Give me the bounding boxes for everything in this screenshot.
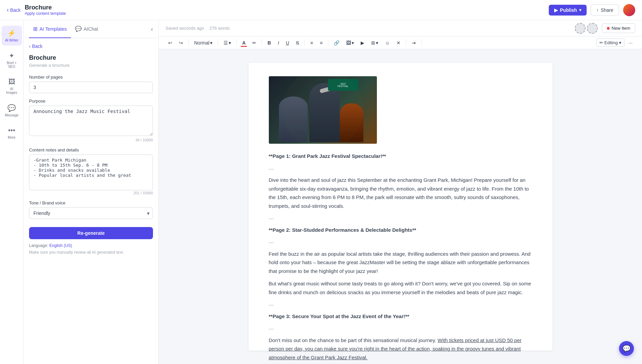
image-icon: 🖼 (8, 78, 15, 86)
share-icon: ↑ (596, 7, 599, 13)
table-chevron-icon: ▾ (376, 40, 378, 46)
regenerate-button[interactable]: Re-generate (29, 227, 153, 239)
purpose-textarea[interactable]: Announcing the Jazz Music Festival (29, 106, 153, 136)
italic-button[interactable]: I (275, 39, 282, 47)
ticket-link[interactable]: With tickets priced at just USD 50 per p… (269, 337, 522, 360)
notes-group: Content notes and details -Grant Park Mi… (29, 147, 153, 195)
icon-sidebar: ⚡ AI Writer ✦ Brief + SEO 🖼 AI Images 💬 … (0, 20, 24, 364)
grid-icon: ⊞ (33, 26, 37, 32)
redo-button[interactable]: ↪ (176, 39, 186, 47)
numbered-list-button[interactable]: ≡ (317, 39, 325, 47)
sidebar-label-more: More (8, 136, 16, 139)
separator-8 (421, 39, 421, 46)
highlight-button[interactable]: ✏ (250, 39, 259, 47)
sidebar-label-ai-writer: AI Writer (5, 38, 18, 42)
side-panel: ⊞ AI Templates 💬 AIChat ‹ ‹ Back Brochur… (24, 20, 159, 364)
chat-fab-button[interactable]: 💬 (619, 341, 634, 356)
sidebar-label-message: Message (5, 113, 19, 117)
editing-button[interactable]: ✏ Editing ▾ (596, 38, 625, 47)
editor-meta: Saved seconds ago 276 words (165, 26, 230, 31)
separator-7 (406, 39, 406, 46)
header-left: Back Brochure Apply content template (7, 4, 66, 16)
separator-3 (236, 39, 237, 46)
num-pages-label: Number of pages (29, 75, 153, 80)
notes-textarea[interactable]: -Grant Park Michigan - 10th to 15th Sep.… (29, 155, 153, 189)
tone-group: Tone / Brand voice Friendly Professional… (29, 200, 153, 219)
saved-status: Saved seconds ago (165, 26, 204, 31)
header-title-section: Brochure Apply content template (25, 4, 66, 16)
notes-wrapper: -Grant Park Michigan - 10th to 15th Sep.… (29, 155, 153, 190)
num-pages-input[interactable] (29, 82, 153, 93)
publish-chevron-icon: ▾ (579, 8, 581, 12)
header-right: ▶ Publish ▾ ↑ Share (549, 4, 635, 16)
text-style-button[interactable]: Normal ▾ (191, 39, 215, 47)
sidebar-item-ai-writer[interactable]: ⚡ AI Writer (2, 26, 22, 46)
share-label: Share (601, 7, 613, 13)
share-button[interactable]: ↑ Share (591, 4, 619, 16)
clear-format-button[interactable]: ✕ (394, 39, 403, 47)
notes-char-count: 201 / 10000 (29, 191, 153, 195)
editor-topbar: Saved seconds ago 276 words New Item (159, 20, 642, 36)
page1-heading: **Page 1: Grant Park Jazz Festival Spect… (269, 152, 532, 161)
separator-5 (305, 39, 305, 46)
color-underline (241, 46, 247, 47)
sidebar-item-message[interactable]: 💬 Message (2, 101, 22, 120)
language-value[interactable]: English (US) (49, 243, 72, 248)
main-layout: ⚡ AI Writer ✦ Brief + SEO 🖼 AI Images 💬 … (0, 20, 642, 364)
document-scroll[interactable]: JAZZFESTIVAL **Page 1: Grant Park Jazz F… (159, 49, 642, 364)
bold-button[interactable]: B (265, 39, 274, 47)
page3-body1: Don't miss out on the chance to be part … (269, 336, 532, 362)
sidebar-label-brief-seo: Brief + SEO (4, 61, 19, 68)
tone-select[interactable]: Friendly Professional Casual Formal Witt… (29, 207, 153, 219)
tab-ai-templates[interactable]: ⊞ AI Templates (29, 20, 71, 38)
strikethrough-button[interactable]: S (293, 39, 302, 47)
emoji-button[interactable]: ☺ (382, 39, 392, 47)
undo-button[interactable]: ↩ (165, 39, 175, 47)
collapse-panel-button[interactable]: ‹ (151, 20, 153, 38)
image-button[interactable]: 🖼 ▾ (343, 39, 357, 47)
separator-2 (218, 39, 218, 46)
bullet-list-button[interactable]: ≡ (308, 39, 316, 47)
new-item-dot (607, 27, 610, 30)
tone-select-wrapper: Friendly Professional Casual Formal Witt… (29, 207, 153, 219)
text-color-label: A (242, 40, 246, 46)
disclaimer-text: Make sure you manually review all AI gen… (29, 250, 153, 255)
page3-heading: **Page 3: Secure Your Spot at the Jazz E… (269, 312, 532, 321)
indent-button[interactable]: ⇥ (409, 39, 418, 47)
language-label: Language: (29, 243, 48, 248)
chat-icon: 💬 (7, 104, 16, 112)
tab-ai-chat[interactable]: 💬 AIChat (71, 20, 102, 38)
num-pages-group: Number of pages (29, 75, 153, 93)
back-button[interactable]: Back (7, 6, 21, 13)
sidebar-label-ai-images: AI Images (4, 87, 19, 94)
purpose-label: Purpose (29, 99, 153, 104)
play-button[interactable]: ▶ (358, 39, 367, 47)
underline-button[interactable]: U (283, 39, 292, 47)
sidebar-item-ai-images[interactable]: 🖼 AI Images (2, 75, 22, 98)
publish-label: Publish (560, 7, 577, 13)
table-button[interactable]: ⊞ ▾ (368, 39, 381, 47)
back-arrow-icon: ‹ (29, 44, 31, 49)
editor-top-right: New Item (575, 23, 635, 34)
document-content[interactable]: **Page 1: Grant Park Jazz Festival Spect… (269, 152, 532, 364)
panel-back-link[interactable]: ‹ Back (29, 44, 153, 49)
sidebar-item-brief-seo[interactable]: ✦ Brief + SEO (2, 48, 22, 72)
publish-icon: ▶ (554, 7, 558, 13)
page2-body2: But what's great music without some tast… (269, 279, 532, 297)
avatar[interactable] (623, 4, 635, 16)
header-title: Brochure (25, 4, 66, 11)
align-button[interactable]: ☰ ▾ (221, 39, 234, 47)
separator-4 (262, 39, 262, 46)
link-button[interactable]: 🔗 (331, 39, 342, 47)
lightning-icon: ⚡ (7, 29, 16, 37)
text-color-button[interactable]: A (239, 39, 248, 47)
sidebar-item-more[interactable]: ••• More (2, 123, 22, 143)
editor-area: Saved seconds ago 276 words New Item ↩ ↪… (159, 20, 642, 364)
publish-button[interactable]: ▶ Publish ▾ (549, 5, 587, 16)
apply-template-link[interactable]: Apply content template (25, 11, 66, 16)
purpose-char-count: 34 / 10000 (29, 138, 153, 142)
pencil-icon: ✏ (599, 40, 603, 45)
new-item-button[interactable]: New Item (602, 23, 635, 33)
page1-body: Dive into the heart and soul of jazz thi… (269, 176, 532, 210)
more-options-button[interactable]: ··· (626, 39, 635, 47)
